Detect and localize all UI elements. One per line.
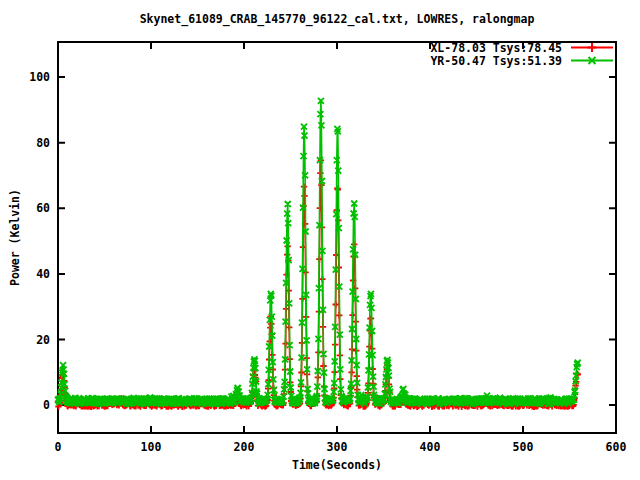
y-tick-label-40: 40 [36, 267, 50, 281]
legend-sample-xl-plus-marker-icon [571, 41, 613, 54]
legend-sample-yr-cross-marker-icon [571, 54, 613, 67]
x-tick-label-300: 300 [327, 440, 348, 454]
y-tick-label-20: 20 [36, 333, 50, 347]
legend-label-xl: XL-78.03 Tsys:78.45 [430, 41, 562, 55]
x-axis-label: Time(Seconds) [58, 458, 616, 472]
plot-canvas: 0100200300400500600020406080100 [0, 0, 640, 480]
x-tick-label-400: 400 [420, 440, 441, 454]
chart-title: Skynet_61089_CRAB_145770_96122_cal.txt, … [58, 12, 616, 26]
legend-entry-yr: YR-50.47 Tsys:51.39 [430, 54, 613, 67]
y-tick-label-0: 0 [43, 398, 50, 412]
legend-entry-xl: XL-78.03 Tsys:78.45 [430, 41, 613, 54]
y-axis-label: Power (Kelvin) [8, 138, 23, 338]
x-tick-label-500: 500 [513, 440, 534, 454]
y-tick-label-60: 60 [36, 201, 50, 215]
legend-label-yr: YR-50.47 Tsys:51.39 [430, 54, 562, 68]
x-tick-label-100: 100 [141, 440, 162, 454]
series-line-yr [58, 101, 578, 404]
x-tick-label-600: 600 [606, 440, 627, 454]
x-tick-label-200: 200 [234, 440, 255, 454]
y-tick-label-80: 80 [36, 136, 50, 150]
y-tick-label-100: 100 [29, 70, 50, 84]
plus-marker-icon [588, 43, 597, 52]
x-tick-label-0: 0 [55, 440, 62, 454]
